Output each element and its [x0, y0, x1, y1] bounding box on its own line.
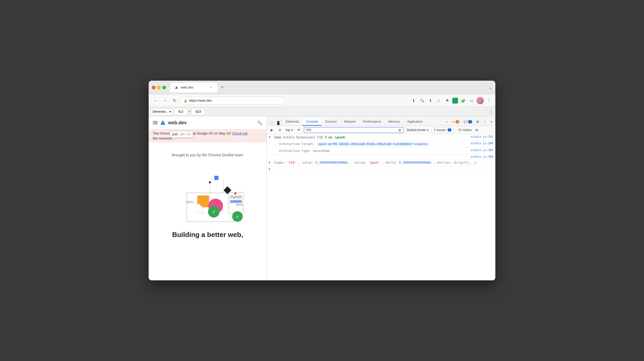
device-toggle-icon[interactable]: 📱 [274, 120, 282, 126]
height-input[interactable] [191, 108, 205, 115]
console-row: ▼ [Web Vitals Extension] FID 5 ms (good)… [267, 134, 495, 141]
tab-bar: web.dev × + [170, 83, 487, 92]
web-search-icon[interactable]: 🔍 [257, 120, 262, 125]
share-icon[interactable]: ⬆ [427, 97, 434, 104]
obj-delta-label: , delta: [382, 161, 399, 164]
svg-text:✓: ✓ [235, 214, 239, 219]
prompt-chevron: ▶ [269, 167, 273, 170]
green-extension-icon[interactable] [452, 98, 458, 104]
issues-button[interactable]: 2 Issues: 2 [432, 127, 454, 133]
maximize-button[interactable] [162, 86, 166, 89]
path-tooltip: path 18 × 12 [170, 131, 193, 137]
tab-elements[interactable]: Elements [282, 118, 303, 126]
console-settings-icon[interactable]: ⚙ [475, 128, 479, 132]
website-name: web.dev [168, 120, 187, 126]
stop-icon[interactable]: ⊘ [277, 127, 283, 133]
close-button[interactable] [152, 86, 155, 89]
banner-suffix: the sessions [153, 136, 172, 140]
svg-rect-13 [214, 176, 219, 180]
address-bar-right: ⬇ 🔍 ⬆ ☆ ⚑ 🧩 ▭ ⋮ [410, 97, 492, 104]
tab-console[interactable]: Console [303, 118, 321, 126]
webpage-content: Brought to you by the Chrome DevRel team [149, 142, 267, 280]
sidebar-icon[interactable]: ▭ [468, 97, 475, 104]
svg-point-24 [234, 192, 236, 194]
console-message: {name: 'FID' , value: 5.399999998509884 … [274, 160, 493, 165]
context-selector[interactable]: top ▾ [285, 127, 294, 133]
profile-icon[interactable] [476, 97, 484, 104]
interaction-target-value: <path d="M3 18h18v-2H3v2zm0-5h18v-2H3v2z… [317, 142, 429, 146]
flag-icon[interactable]: ⚑ [444, 97, 451, 104]
issues-badge: 2 [448, 128, 452, 132]
svg-rect-19 [230, 200, 242, 203]
info-icon: 💬 [464, 120, 467, 123]
devtools-tab-icons: » ⚠ 4 💬 2 ⚙ ⋮ × [445, 119, 494, 126]
download-icon[interactable]: ⬇ [410, 97, 417, 104]
dimension-label: Dimensio... [153, 110, 168, 114]
hamburger-icon[interactable] [153, 121, 158, 124]
devtools-settings-icon[interactable]: ⚙ [475, 119, 481, 125]
expand-arrow[interactable]: ▼ [269, 136, 273, 138]
window-controls-chevron[interactable]: ⌄ [489, 85, 492, 90]
webpage-panel: web.dev 🔍 path 18 × 12 The Chrome team i… [149, 116, 267, 280]
more-menu-icon[interactable]: ⋮ [485, 97, 492, 104]
fid-value: 5 ms (good) [325, 136, 346, 139]
more-tabs-button[interactable]: » [445, 120, 449, 124]
url-text: https://web.dev [189, 99, 212, 102]
tab-sources[interactable]: Sources [321, 118, 340, 126]
banner-link[interactable]: Check out [232, 131, 248, 135]
width-input[interactable] [174, 108, 188, 115]
extensions-icon[interactable]: 🧩 [460, 97, 466, 104]
console-source-1[interactable]: vitals.js:235 [471, 135, 493, 138]
devtools-more-icon[interactable]: ⋮ [482, 119, 487, 125]
console-filter-input[interactable]: FID ⊗ [304, 127, 404, 133]
console-source-3[interactable]: vitals.js:305 [471, 148, 493, 152]
eye-icon[interactable]: 👁 [296, 127, 302, 133]
interaction-target-label: Interaction target: [279, 142, 317, 146]
tab-application[interactable]: Application [403, 118, 426, 126]
tab-network[interactable]: Network [340, 118, 359, 126]
browser-window: web.dev × + ⌄ ← → ↻ 🔒 https://web.dev ⬇ … [149, 81, 495, 280]
default-levels-selector[interactable]: Default levels ▾ [406, 127, 429, 133]
console-row: Interaction type: mousedown vitals.js:30… [267, 148, 495, 154]
default-levels-label: Default levels [407, 128, 426, 132]
dimension-dropdown-icon: ▾ [169, 110, 171, 114]
main-content: web.dev 🔍 path 18 × 12 The Chrome team i… [149, 116, 495, 280]
issues-label: 2 Issues: [434, 128, 446, 132]
tab-favicon [174, 85, 179, 90]
zoom-icon[interactable]: 🔍 [419, 97, 425, 104]
new-tab-button[interactable]: + [219, 84, 226, 91]
web-vitals-label: [Web Vitals Extension] FID [274, 136, 325, 139]
tab-performance[interactable]: Performance [359, 118, 385, 126]
devtools-bar-more-icon[interactable]: ⋮ [489, 109, 493, 115]
console-source-2[interactable]: vitals.js:304 [471, 142, 493, 145]
devtools-close-icon[interactable]: × [489, 119, 494, 125]
active-tab[interactable]: web.dev × [170, 83, 217, 92]
tab-title: web.dev [181, 85, 207, 89]
reload-button[interactable]: ↻ [171, 97, 178, 104]
console-source-4[interactable]: vitals.js:308 [471, 155, 493, 158]
run-icon[interactable]: ▶ [269, 127, 275, 133]
tab-memory[interactable]: Memory [385, 118, 403, 126]
svg-point-14 [209, 181, 211, 183]
dimension-select[interactable]: Dimensio... ▾ [151, 108, 173, 115]
devtools-bar: Dimensio... ▾ × ⋮ [149, 107, 495, 116]
minimize-button[interactable] [157, 86, 161, 89]
forward-button[interactable]: → [161, 97, 169, 104]
bookmark-icon[interactable]: ☆ [435, 97, 442, 104]
interaction-type-label: Interaction type: mousedown [279, 149, 330, 153]
svg-text:✓: ✓ [211, 209, 216, 215]
filter-text: FID [306, 128, 311, 132]
console-toolbar: ▶ ⊘ top ▾ 👁 FID ⊗ Default levels ▾ 2 Iss… [267, 126, 495, 134]
obj-value-val: 5.399999998509884 [315, 161, 348, 164]
tooltip-label: path [172, 132, 178, 136]
tab-close-button[interactable]: × [209, 85, 213, 90]
back-button[interactable]: ← [152, 97, 159, 104]
filter-clear-icon[interactable]: ⊗ [398, 128, 401, 132]
dimension-separator: × [189, 110, 190, 114]
url-bar[interactable]: 🔒 https://web.dev [180, 97, 285, 105]
inspect-icon[interactable]: ⬚ [268, 120, 274, 126]
expand-arrow[interactable]: ▶ [269, 161, 273, 164]
devtools-panel: ⬚ 📱 Elements Console Sources Network Per… [267, 116, 495, 280]
web-logo: web.dev [153, 120, 187, 126]
warn-count: 4 [455, 120, 460, 123]
